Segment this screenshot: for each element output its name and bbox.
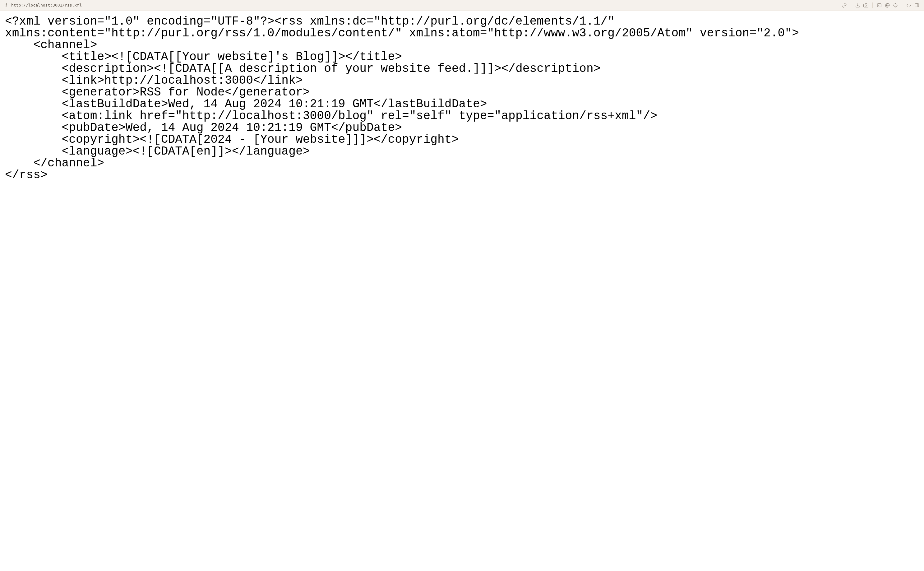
network-icon[interactable] bbox=[884, 2, 891, 9]
toolbar-left: i http://localhost:3001/rss.xml bbox=[4, 3, 838, 8]
download-icon[interactable] bbox=[854, 2, 861, 9]
site-info-icon[interactable]: i bbox=[4, 3, 9, 8]
svg-rect-4 bbox=[915, 3, 919, 7]
crosshair-icon[interactable] bbox=[892, 2, 899, 9]
toolbar-right bbox=[841, 2, 920, 9]
xml-line: <copyright><![CDATA[2024 - [Your website… bbox=[5, 133, 459, 146]
xml-line: <title><![CDATA[[Your website]'s Blog]]>… bbox=[5, 50, 402, 63]
xml-line: <channel> bbox=[5, 38, 97, 52]
expand-icon[interactable] bbox=[906, 2, 912, 9]
xml-line: <generator>RSS for Node</generator> bbox=[5, 85, 310, 99]
svg-point-3 bbox=[894, 3, 897, 7]
xml-line: <link>http://localhost:3000</link> bbox=[5, 74, 303, 87]
xml-line: <pubDate>Wed, 14 Aug 2024 10:21:19 GMT</… bbox=[5, 121, 402, 134]
xml-line: </channel> bbox=[5, 156, 104, 170]
xml-content: <?xml version="1.0" encoding="UTF-8"?><r… bbox=[0, 11, 924, 571]
xml-line: </rss> bbox=[5, 168, 48, 182]
xml-line: <?xml version="1.0" encoding="UTF-8"?><r… bbox=[5, 15, 799, 40]
svg-point-0 bbox=[865, 5, 867, 6]
xml-line: <atom:link href="http://localhost:3000/b… bbox=[5, 109, 657, 122]
xml-line: <language><![CDATA[en]]></language> bbox=[5, 145, 310, 158]
toolbar-divider bbox=[872, 3, 873, 8]
address-bar-url[interactable]: http://localhost:3001/rss.xml bbox=[11, 3, 82, 8]
sidebar-icon[interactable] bbox=[913, 2, 920, 9]
browser-toolbar: i http://localhost:3001/rss.xml bbox=[0, 0, 924, 11]
xml-line: <lastBuildDate>Wed, 14 Aug 2024 10:21:19… bbox=[5, 97, 487, 111]
link-icon[interactable] bbox=[841, 2, 848, 9]
svg-rect-1 bbox=[877, 3, 881, 7]
toolbar-divider bbox=[851, 3, 851, 8]
xml-line: <description><![CDATA[[A description of … bbox=[5, 62, 601, 75]
camera-icon[interactable] bbox=[862, 2, 869, 9]
terminal-icon[interactable] bbox=[876, 2, 882, 9]
